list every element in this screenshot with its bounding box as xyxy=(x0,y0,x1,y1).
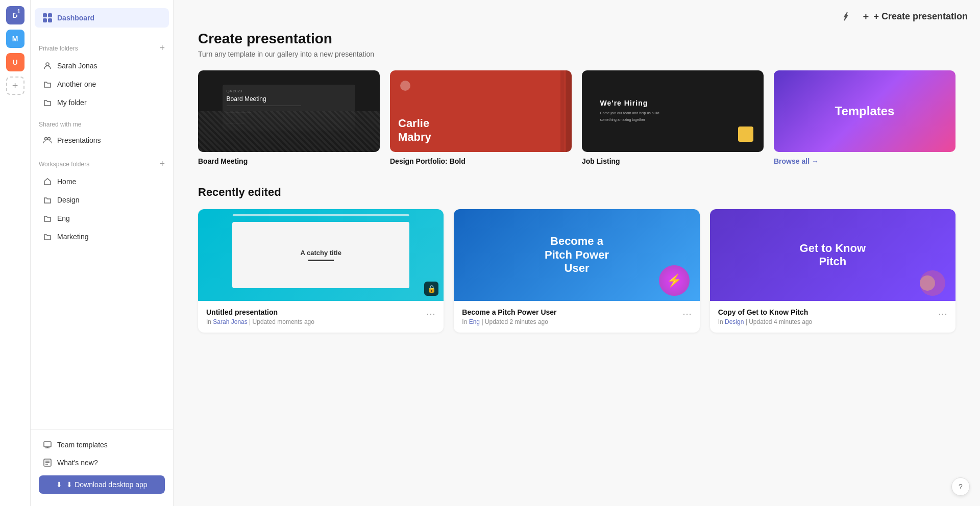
sidebar-item-home[interactable]: Home xyxy=(35,173,169,190)
eng-label: Eng xyxy=(57,214,70,222)
untitled-text-block: Untitled presentation In Sarah Jonas | U… xyxy=(206,308,314,325)
sidebar-item-sarah-jonas[interactable]: Sarah Jonas xyxy=(35,57,169,74)
sidebar-item-marketing[interactable]: Marketing xyxy=(35,228,169,245)
add-workspace-folder-button[interactable]: + xyxy=(159,159,165,169)
create-subtitle: Turn any template in our gallery into a … xyxy=(198,50,955,58)
pitch-more-button[interactable]: ⋯ xyxy=(682,308,692,319)
workspace-avatar-m[interactable]: M xyxy=(6,30,24,48)
untitled-more-button[interactable]: ⋯ xyxy=(426,308,435,319)
dashboard-icon xyxy=(43,13,52,22)
create-title: Create presentation xyxy=(198,31,955,47)
svg-point-0 xyxy=(46,63,49,66)
add-private-folder-button[interactable]: + xyxy=(159,43,165,54)
browse-thumb-text: Templates xyxy=(835,104,895,118)
in-label-0: In xyxy=(206,318,211,325)
pitch-text-block: Become a Pitch Power User In Eng | Updat… xyxy=(462,308,556,325)
workspace-avatar-u[interactable]: U xyxy=(6,53,24,71)
sidebar-dashboard[interactable]: Dashboard xyxy=(35,8,169,28)
in-label-1: In xyxy=(462,318,467,325)
gkp-meta: In Design | Updated 4 minutes ago xyxy=(718,318,813,325)
lightning-button[interactable] xyxy=(837,7,855,26)
whats-new-icon xyxy=(43,458,52,467)
pitch-updated: Updated 2 minutes ago xyxy=(485,318,548,325)
design-label: Design xyxy=(57,196,80,204)
recent-card-pitch-power[interactable]: Become aPitch PowerUser ⚡ Become a Pitch… xyxy=(454,209,699,333)
download-icon: ⬇ xyxy=(56,480,62,489)
folder-icon-4 xyxy=(43,214,52,223)
shared-with-me-header: Shared with me xyxy=(31,118,173,131)
pitch-thumb: Become aPitch PowerUser ⚡ xyxy=(454,209,699,301)
untitled-meta: In Sarah Jonas | Updated moments ago xyxy=(206,318,314,325)
sidebar-item-my-folder[interactable]: My folder xyxy=(35,94,169,111)
browse-content: Templates xyxy=(774,70,955,152)
pitch-info: Become a Pitch Power User In Eng | Updat… xyxy=(454,301,699,333)
person-icon xyxy=(43,61,52,70)
my-folder-label: My folder xyxy=(57,98,87,107)
recent-card-get-to-know[interactable]: Get to KnowPitch Copy of Get to Know Pit… xyxy=(710,209,955,333)
workspace-folders-header: Workspace folders + xyxy=(31,156,173,172)
gkp-updated: Updated 4 minutes ago xyxy=(749,318,812,325)
sidebar: Dashboard Private folders + Sarah Jonas … xyxy=(31,0,174,506)
gkp-thumb: Get to KnowPitch xyxy=(710,209,955,301)
main-content: Create presentation Turn any template in… xyxy=(174,0,980,506)
download-desktop-button[interactable]: ⬇ ⬇ Download desktop app xyxy=(39,475,165,494)
create-section: Create presentation Turn any template in… xyxy=(198,31,955,165)
sidebar-item-eng[interactable]: Eng xyxy=(35,210,169,227)
gkp-info: Copy of Get to Know Pitch In Design | Up… xyxy=(710,301,955,333)
pitch-icon: ⚡ xyxy=(659,265,690,296)
sidebar-item-presentations[interactable]: Presentations xyxy=(35,132,169,149)
template-card-browse-all[interactable]: Templates Browse all → xyxy=(774,70,955,165)
gkp-more-button[interactable]: ⋯ xyxy=(938,308,947,319)
recently-edited-title: Recently edited xyxy=(198,186,955,199)
job-content: We're Hiring Come join our team and help… xyxy=(582,70,764,152)
gkp-workspace-link[interactable]: Design xyxy=(725,318,744,325)
private-folders-label: Private folders xyxy=(39,45,78,52)
pitch-text: Become aPitch PowerUser xyxy=(534,224,619,285)
folder-icon-2 xyxy=(43,98,52,107)
workspace-badge: 1 xyxy=(15,8,22,15)
lock-badge: 🔒 xyxy=(424,282,438,296)
dashboard-label: Dashboard xyxy=(57,14,94,22)
untitled-thumb: A catchy title 🔒 xyxy=(198,209,444,301)
sidebar-bottom: Team templates What's new? ⬇ ⬇ Download … xyxy=(31,429,173,498)
template-card-design-portfolio[interactable]: CarlieMabry Design Portfolio: Bold xyxy=(390,70,572,165)
untitled-info: Untitled presentation In Sarah Jonas | U… xyxy=(198,301,444,333)
create-presentation-button[interactable]: ＋ + Create presentation xyxy=(861,10,968,22)
sidebar-item-team-templates[interactable]: Team templates xyxy=(35,436,169,453)
job-listing-thumb: We're Hiring Come join our team and help… xyxy=(582,70,764,152)
pitch-title: Become a Pitch Power User xyxy=(462,308,556,316)
home-label: Home xyxy=(57,178,76,186)
gkp-text: Get to KnowPitch xyxy=(790,232,876,279)
workspace-folders-label: Workspace folders xyxy=(39,161,89,168)
untitled-workspace-link[interactable]: Sarah Jonas xyxy=(213,318,247,325)
folder-icon-5 xyxy=(43,232,52,241)
workspace-rail: D 1 M U + xyxy=(0,0,31,506)
team-templates-label: Team templates xyxy=(57,441,108,449)
browse-all-link[interactable]: Browse all → xyxy=(774,157,955,165)
shared-label: Shared with me xyxy=(39,121,81,128)
pitch-workspace-link[interactable]: Eng xyxy=(469,318,480,325)
private-folders-header: Private folders + xyxy=(31,40,173,57)
svg-point-1 xyxy=(45,138,47,140)
template-card-job-listing[interactable]: We're Hiring Come join our team and help… xyxy=(582,70,764,165)
add-workspace-button[interactable]: + xyxy=(6,77,24,95)
untitled-updated: Updated moments ago xyxy=(253,318,314,325)
help-icon: ? xyxy=(959,483,963,491)
recent-card-untitled[interactable]: A catchy title 🔒 Untitled presentation I… xyxy=(198,209,444,333)
sidebar-item-design[interactable]: Design xyxy=(35,191,169,209)
board-meeting-thumb: Q4 2023 Board Meeting ——————— ——————— ——… xyxy=(198,70,380,152)
untitled-inner: A catchy title xyxy=(232,222,409,288)
svg-rect-3 xyxy=(44,442,51,447)
pitch-meta: In Eng | Updated 2 minutes ago xyxy=(462,318,556,325)
gkp-title: Copy of Get to Know Pitch xyxy=(718,308,813,316)
template-card-board-meeting[interactable]: Q4 2023 Board Meeting ——————— ——————— ——… xyxy=(198,70,380,165)
recent-grid: A catchy title 🔒 Untitled presentation I… xyxy=(198,209,955,333)
group-icon xyxy=(43,136,52,145)
sidebar-item-whats-new[interactable]: What's new? xyxy=(35,454,169,471)
help-button[interactable]: ? xyxy=(951,477,970,496)
browse-all-thumb: Templates xyxy=(774,70,955,152)
title-underline xyxy=(308,260,334,261)
sidebar-item-another-one[interactable]: Another one xyxy=(35,75,169,93)
design-portfolio-thumb: CarlieMabry xyxy=(390,70,572,152)
folder-icon-3 xyxy=(43,195,52,205)
